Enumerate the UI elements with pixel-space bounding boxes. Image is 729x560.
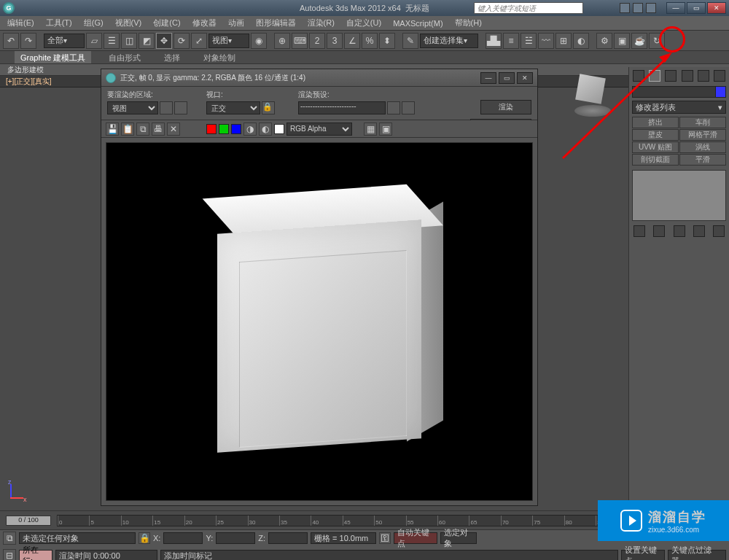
mod-shell[interactable]: 壁皮 <box>632 129 679 141</box>
menu-tools[interactable]: 工具(T) <box>43 16 75 30</box>
render-view[interactable] <box>106 142 533 501</box>
render-min-button[interactable]: — <box>480 72 496 84</box>
coord-x-field[interactable] <box>163 532 203 544</box>
select-and-move-button[interactable]: ✥ <box>156 33 172 49</box>
render-max-button[interactable]: ▭ <box>499 72 515 84</box>
menu-views[interactable]: 视图(V) <box>112 16 145 30</box>
select-object-button[interactable]: ▱ <box>86 33 102 49</box>
tab-graphite[interactable]: Graphite 建模工具 <box>15 51 91 63</box>
keyfilters-button[interactable]: 关键点过滤器... <box>668 550 726 560</box>
toggle-ui-button[interactable]: ▦ <box>364 122 377 136</box>
auto-region-button[interactable] <box>174 101 187 114</box>
hierarchy-tab-icon[interactable] <box>665 70 677 82</box>
mod-extrude[interactable]: 挤出 <box>632 117 679 128</box>
utilities-tab-icon[interactable] <box>714 70 725 82</box>
coord-y-field[interactable] <box>216 532 255 544</box>
redo-button[interactable]: ↷ <box>20 33 36 49</box>
render-button[interactable]: 渲染 <box>480 100 531 114</box>
select-by-name-button[interactable]: ☰ <box>104 33 120 49</box>
percent-snap-button[interactable]: % <box>362 33 378 49</box>
mod-lathe[interactable]: 车削 <box>679 117 726 128</box>
render-close-button[interactable]: ✕ <box>517 72 533 84</box>
window-crossing-button[interactable]: ◩ <box>139 33 155 49</box>
show-end-result-button[interactable] <box>653 225 665 237</box>
channel-select[interactable]: RGB Alpha <box>286 122 352 136</box>
menu-edit[interactable]: 编辑(E) <box>4 16 37 30</box>
color-swatch[interactable] <box>274 124 284 134</box>
render-setup-icon[interactable] <box>387 101 400 114</box>
menu-customize[interactable]: 自定义(U) <box>343 16 384 30</box>
preset-select[interactable]: ----------------------- <box>298 101 386 114</box>
snaps-toggle-3d-button[interactable]: 3 <box>327 33 343 49</box>
close-button[interactable]: ✕ <box>707 2 726 14</box>
tab-freeform[interactable]: 自由形式 <box>103 51 147 63</box>
select-region-button[interactable]: ◫ <box>121 33 137 49</box>
script-listener-button[interactable]: ⧉ <box>3 532 16 545</box>
time-slider-thumb[interactable]: 0 / 100 <box>6 516 51 526</box>
mono-channel-button[interactable]: ◐ <box>259 122 272 136</box>
create-tab-icon[interactable] <box>633 70 644 82</box>
coord-z-field[interactable] <box>268 532 308 544</box>
use-pivot-button[interactable]: ◉ <box>251 33 267 49</box>
configure-sets-button[interactable] <box>713 225 725 237</box>
viewcube-cube[interactable] <box>575 74 606 104</box>
tab-selection[interactable]: 选择 <box>158 51 186 63</box>
menu-create[interactable]: 创建(C) <box>150 16 183 30</box>
key-mode-button[interactable]: ⚿ <box>379 532 391 544</box>
rendered-frame-button[interactable]: ▣ <box>614 33 630 49</box>
display-tab-icon[interactable] <box>698 70 709 82</box>
edit-named-sel-button[interactable]: ✎ <box>402 33 418 49</box>
toggle-overlay-button[interactable]: ▣ <box>379 122 392 136</box>
prompt-line[interactable]: 添加时间标记 <box>160 550 618 560</box>
select-and-rotate-button[interactable]: ⟳ <box>174 33 190 49</box>
copy-image-button[interactable]: 📋 <box>121 122 134 136</box>
area-to-render-select[interactable]: 视图 <box>107 101 158 114</box>
mod-slice[interactable]: 剖切截面 <box>632 154 679 166</box>
green-channel-button[interactable] <box>219 124 229 134</box>
remove-modifier-button[interactable] <box>693 225 705 237</box>
autokey-button[interactable]: 自动关键点 <box>394 532 437 544</box>
menu-group[interactable]: 组(G) <box>81 16 106 30</box>
menu-rendering[interactable]: 渲染(R) <box>305 16 338 30</box>
make-unique-button[interactable] <box>674 225 685 237</box>
help-icon[interactable] <box>646 3 656 13</box>
save-image-button[interactable]: 💾 <box>106 122 119 136</box>
spinner-snap-button[interactable]: ⬍ <box>379 33 395 49</box>
setkey-button[interactable]: 设置关键点 <box>621 550 665 560</box>
refcoord-dropdown[interactable]: 视图 ▾ <box>208 34 249 48</box>
viewcube[interactable] <box>569 73 612 117</box>
mod-meshsmooth[interactable]: 网格平滑 <box>679 129 726 141</box>
align-button[interactable]: ≡ <box>503 33 519 49</box>
render-window-titlebar[interactable]: 正交, 帧 0, 显示 gamma: 2.2, RGBA 颜色 16 位/通道 … <box>101 69 537 87</box>
keyboard-shortcut-button[interactable]: ⌨ <box>292 33 308 49</box>
render-production-button[interactable]: ☕ <box>631 33 647 49</box>
layer-manager-button[interactable]: ☱ <box>521 33 537 49</box>
render-iterative-button[interactable]: ↻ <box>649 33 665 49</box>
pin-stack-button[interactable] <box>634 225 645 237</box>
modifier-list-dropdown[interactable]: 修改器列表▾ <box>632 101 726 114</box>
render-setup-button[interactable]: ⚙ <box>596 33 612 49</box>
menu-grapheditors[interactable]: 图形编辑器 <box>253 16 299 30</box>
app-logo-icon[interactable]: G <box>3 2 15 14</box>
red-channel-button[interactable] <box>206 124 217 134</box>
isoline-button[interactable]: ⊟ <box>3 549 16 560</box>
menu-animation[interactable]: 动画 <box>225 16 247 30</box>
snaps-toggle-2d-button[interactable]: 2 <box>309 33 325 49</box>
select-and-manipulate-button[interactable]: ⊕ <box>274 33 290 49</box>
tab-objectpaint[interactable]: 对象绘制 <box>198 51 241 63</box>
star-icon[interactable] <box>633 3 643 13</box>
environment-icon[interactable] <box>402 101 415 114</box>
undo-button[interactable]: ↶ <box>3 33 19 49</box>
clone-window-button[interactable]: ⧉ <box>136 122 149 136</box>
infocenter-icons[interactable] <box>620 3 656 13</box>
viewport-select[interactable]: 正交 <box>206 101 260 114</box>
blue-channel-button[interactable] <box>231 124 241 134</box>
select-and-scale-button[interactable]: ⤢ <box>191 33 207 49</box>
material-editor-button[interactable]: ◐ <box>573 33 589 49</box>
named-selection-sets[interactable]: 创建选择集 ▾ <box>420 34 478 48</box>
menu-maxscript[interactable]: MAXScript(M) <box>390 18 445 29</box>
menu-modifiers[interactable]: 修改器 <box>190 16 219 30</box>
mirror-button[interactable]: ▟▙ <box>486 33 502 49</box>
lock-viewport-button[interactable]: 🔒 <box>262 101 275 114</box>
help-search-input[interactable] <box>474 2 583 14</box>
